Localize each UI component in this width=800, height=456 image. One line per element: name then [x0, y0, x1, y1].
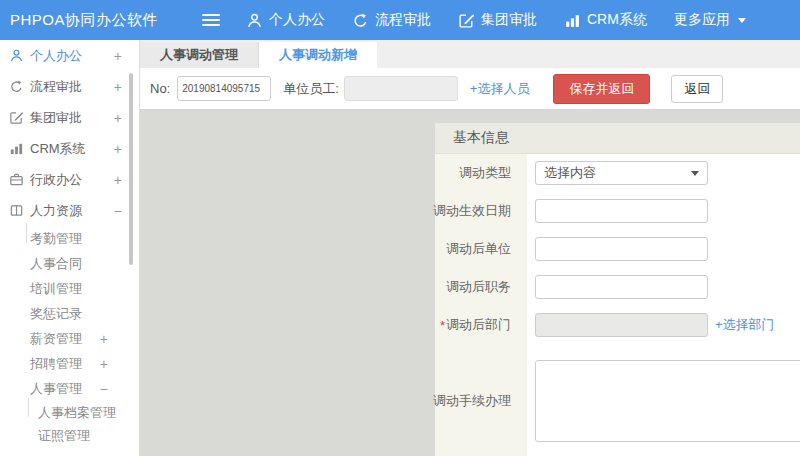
sidebar-item-workflow-approval[interactable]: 流程审批 + [0, 71, 139, 102]
section-header: 基本信息 [435, 123, 800, 154]
edit-icon [9, 110, 24, 125]
field-label: 调动生效日期 [435, 192, 527, 230]
select-department-link[interactable]: +选择部门 [715, 316, 775, 334]
user-icon [246, 12, 263, 29]
employee-label: 单位员工: [283, 80, 339, 98]
sidebar-item-personal-office[interactable]: 个人办公 + [0, 40, 139, 71]
chart-icon [564, 12, 581, 29]
form-panel: 基本信息 调动类型 选择内容 调动生效日期 调动后单位 [435, 123, 800, 456]
new-unit-input[interactable] [535, 237, 708, 261]
tab-transfer-management[interactable]: 人事调动管理 [140, 42, 259, 68]
collapse-toggle[interactable]: − [114, 203, 122, 219]
form-row-effective-date: 调动生效日期 [435, 192, 800, 230]
form-row-new-position: 调动后职务 [435, 268, 800, 306]
new-position-input[interactable] [535, 275, 708, 299]
expand-toggle[interactable]: + [100, 331, 108, 347]
sidebar-scrollbar[interactable] [129, 73, 133, 265]
caret-down-icon [738, 18, 746, 23]
field-label: 调动手续办理 [435, 344, 527, 456]
sidebar-item-hr[interactable]: 人力资源 − [0, 195, 139, 226]
expand-toggle[interactable]: + [114, 48, 122, 64]
sidebar-item-salary[interactable]: 薪资管理 + [0, 326, 139, 351]
field-label: 调动后单位 [435, 230, 527, 268]
book-icon [9, 203, 24, 218]
tab-bar: 人事调动管理 人事调动新增 [140, 40, 800, 68]
sidebar-item-training[interactable]: 培训管理 [0, 276, 139, 301]
collapse-toggle[interactable]: − [100, 381, 108, 397]
nav-crm[interactable]: CRM系统 [564, 11, 647, 29]
tab-transfer-new[interactable]: 人事调动新增 [259, 42, 377, 68]
back-button[interactable]: 返回 [671, 75, 723, 103]
sidebar-item-admin-office[interactable]: 行政办公 + [0, 164, 139, 195]
transfer-type-select[interactable]: 选择内容 [535, 161, 708, 185]
sidebar-item-certificates[interactable]: 证照管理 [0, 424, 139, 447]
section-title: 基本信息 [453, 129, 509, 147]
sidebar-item-hr-contract[interactable]: 人事合同 [0, 251, 139, 276]
workflow-icon [9, 79, 24, 94]
required-mark: * [440, 318, 445, 333]
field-label: * 调动后部门 [435, 306, 527, 344]
form-row-procedure: 调动手续办理 [435, 344, 800, 456]
nav-personal-office[interactable]: 个人办公 [246, 11, 325, 29]
sidebar: 个人办公 + 流程审批 + 集团审批 + CRM系统 + 行政办公 + 人力资源 [0, 40, 140, 456]
content-area: 基本信息 调动类型 选择内容 调动生效日期 调动后单位 [140, 110, 800, 456]
user-icon [9, 48, 24, 63]
field-label: 调动后职务 [435, 268, 527, 306]
top-nav: 个人办公 流程审批 集团审批 CRM系统 更多应用 [246, 11, 773, 29]
briefcase-icon [9, 172, 24, 187]
top-bar: PHPOA协同办公软件 个人办公 流程审批 集团审批 CRM系统 [0, 0, 800, 40]
sidebar-item-personnel-files[interactable]: 人事档案管理 [0, 401, 139, 424]
sidebar-item-group-approval[interactable]: 集团审批 + [0, 102, 139, 133]
new-department-input[interactable] [535, 313, 708, 337]
nav-workflow-approval[interactable]: 流程审批 [352, 11, 431, 29]
edit-icon [458, 12, 475, 29]
workflow-icon [352, 12, 369, 29]
hamburger-menu-icon[interactable] [202, 14, 220, 26]
nav-group-approval[interactable]: 集团审批 [458, 11, 537, 29]
select-person-link[interactable]: +选择人员 [470, 80, 530, 98]
expand-toggle[interactable]: + [114, 110, 122, 126]
field-label: 调动类型 [435, 154, 527, 192]
form-row-new-unit: 调动后单位 [435, 230, 800, 268]
nav-more-apps[interactable]: 更多应用 [674, 11, 746, 29]
chart-icon [9, 141, 24, 156]
sidebar-item-rewards[interactable]: 奖惩记录 [0, 301, 139, 326]
expand-toggle[interactable]: + [114, 141, 122, 157]
sidebar-item-personnel[interactable]: 人事管理 − [0, 376, 139, 401]
form-row-transfer-type: 调动类型 选择内容 [435, 154, 800, 192]
sidebar-item-recruitment[interactable]: 招聘管理 + [0, 351, 139, 376]
expand-toggle[interactable]: + [114, 79, 122, 95]
no-input[interactable] [177, 76, 271, 101]
no-label: No: [150, 81, 170, 96]
expand-toggle[interactable]: + [114, 172, 122, 188]
toolbar: No: 单位员工: +选择人员 保存并返回 返回 [140, 68, 800, 110]
employee-input[interactable] [344, 76, 458, 101]
form-row-new-department: * 调动后部门 +选择部门 [435, 306, 800, 344]
save-return-button[interactable]: 保存并返回 [553, 74, 650, 104]
app-logo: PHPOA协同办公软件 [0, 11, 160, 30]
expand-toggle[interactable]: + [100, 356, 108, 372]
effective-date-input[interactable] [535, 199, 708, 223]
transfer-procedure-textarea[interactable] [535, 360, 800, 442]
sidebar-item-crm[interactable]: CRM系统 + [0, 133, 139, 164]
sidebar-item-attendance[interactable]: 考勤管理 [0, 226, 139, 251]
caret-down-icon [691, 171, 699, 176]
